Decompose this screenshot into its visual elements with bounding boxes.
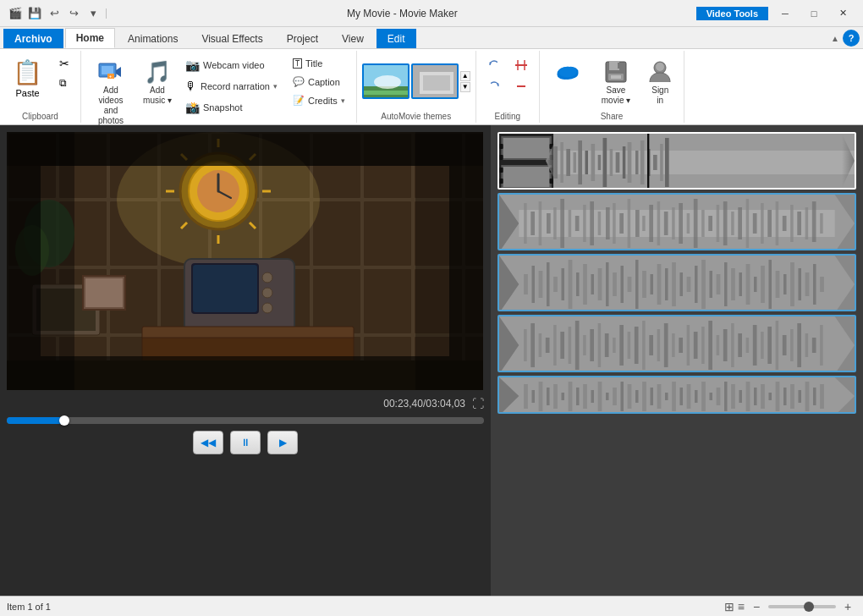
tab-archivo[interactable]: Archivo xyxy=(3,29,63,48)
storyboard-panel[interactable]: /* waveform bars rendered by SVG rects b… xyxy=(491,125,863,596)
svg-rect-219 xyxy=(708,321,712,370)
svg-rect-151 xyxy=(524,274,528,294)
tab-view[interactable]: View xyxy=(331,29,375,48)
svg-rect-195 xyxy=(530,323,535,367)
remove-button[interactable] xyxy=(508,77,534,96)
copy-button[interactable]: ⧉ xyxy=(53,74,75,91)
timeline-clip-1[interactable]: /* waveform bars rendered by SVG rects b… xyxy=(497,132,856,190)
pause-button[interactable]: ⏸ xyxy=(230,431,261,454)
svg-rect-161 xyxy=(598,268,602,300)
collapse-ribbon-btn[interactable]: ▲ xyxy=(831,34,839,43)
svg-rect-146 xyxy=(805,207,809,239)
status-item-count: Item 1 of 1 xyxy=(7,602,51,612)
rotate-left-button[interactable] xyxy=(481,56,507,74)
svg-rect-132 xyxy=(701,210,705,237)
save-button[interactable]: 💾 xyxy=(26,5,43,22)
timeline-clip-3[interactable] xyxy=(497,254,856,311)
quick-access-dropdown[interactable]: ▾ xyxy=(85,5,102,22)
svg-rect-178 xyxy=(724,262,728,306)
redo-button[interactable]: ↪ xyxy=(65,5,82,22)
zoom-out-button[interactable]: − xyxy=(748,598,765,615)
svg-rect-261 xyxy=(701,382,706,411)
cut-button[interactable]: ✂ xyxy=(53,54,75,73)
record-narration-button[interactable]: 🎙 Record narration ▾ xyxy=(179,77,283,96)
svg-rect-76 xyxy=(499,155,503,160)
svg-rect-141 xyxy=(767,210,772,237)
help-button[interactable]: ? xyxy=(843,30,860,47)
webcam-video-button[interactable]: 📷 Webcam video xyxy=(179,56,283,74)
svg-rect-169 xyxy=(657,264,662,305)
svg-rect-144 xyxy=(790,205,794,242)
expand-button[interactable]: ⛶ xyxy=(472,397,484,410)
svg-rect-231 xyxy=(797,323,801,367)
svg-rect-191 xyxy=(820,277,824,292)
svg-rect-263 xyxy=(717,388,721,405)
editing-btns2 xyxy=(508,54,534,96)
divider xyxy=(106,8,107,19)
storyboard-view-icon[interactable]: ⊞ xyxy=(724,600,734,613)
sign-in-label: Signin xyxy=(651,85,668,106)
snapshot-button[interactable]: 📸 Snapshot xyxy=(179,98,283,117)
narration-label: Record narration xyxy=(201,81,270,91)
narration-dropdown[interactable]: ▾ xyxy=(273,82,278,91)
timeline-clip-4[interactable] xyxy=(497,315,856,372)
paste-button[interactable]: 📋 Paste xyxy=(5,54,50,102)
tab-project[interactable]: Project xyxy=(276,29,329,48)
theme-scroll-up[interactable]: ▲ xyxy=(460,71,470,81)
svg-rect-158 xyxy=(576,272,580,296)
rewind-button[interactable]: ◀◀ xyxy=(193,431,223,454)
svg-rect-179 xyxy=(731,268,735,300)
title-button[interactable]: 🅃 Title xyxy=(287,56,351,71)
add-videos-button[interactable]: + Add videos and photos xyxy=(86,54,135,129)
svg-rect-27 xyxy=(611,75,621,79)
svg-rect-222 xyxy=(731,323,734,367)
progress-bar[interactable] xyxy=(7,417,484,424)
credits-button[interactable]: 📝 Credits ▾ xyxy=(287,92,351,108)
svg-rect-159 xyxy=(583,264,587,305)
timestamp: 00:23,40/03:04,03 xyxy=(383,398,465,410)
play-button[interactable]: ▶ xyxy=(267,431,298,454)
timeline-view-icon[interactable]: ≡ xyxy=(738,600,745,613)
zoom-thumb[interactable] xyxy=(804,602,814,612)
progress-thumb[interactable] xyxy=(59,415,69,426)
timeline-clip-5[interactable] xyxy=(497,376,856,414)
svg-rect-256 xyxy=(665,393,668,400)
tab-edit[interactable]: Edit xyxy=(377,29,416,48)
theme-scroll-down[interactable]: ▼ xyxy=(460,82,470,92)
svg-rect-249 xyxy=(613,388,617,405)
add-videos-label: Add videos and photos xyxy=(91,85,131,126)
svg-rect-247 xyxy=(598,382,602,411)
rotate-right-button[interactable] xyxy=(481,77,507,96)
sign-in-button[interactable]: Signin xyxy=(641,54,679,108)
svg-rect-185 xyxy=(776,271,780,298)
theme-item-2[interactable] xyxy=(411,63,459,99)
trim-button[interactable] xyxy=(508,56,534,74)
save-movie-button[interactable]: Savemovie ▾ xyxy=(597,54,635,108)
zoom-slider[interactable] xyxy=(768,605,836,608)
tab-animations[interactable]: Animations xyxy=(117,29,189,48)
svg-rect-226 xyxy=(761,332,764,359)
caption-button[interactable]: 💬 Caption xyxy=(287,74,351,90)
credits-label: Credits xyxy=(308,96,338,106)
zoom-in-button[interactable]: + xyxy=(839,598,856,615)
theme-item-1[interactable] xyxy=(362,63,410,99)
tab-visual-effects[interactable]: Visual Effects xyxy=(190,29,273,48)
svg-rect-245 xyxy=(583,384,587,409)
rotate-right-icon xyxy=(487,80,501,93)
undo-button[interactable]: ↩ xyxy=(46,5,63,22)
add-music-button[interactable]: 🎵 Addmusic ▾ xyxy=(139,54,176,108)
maximize-button[interactable]: □ xyxy=(800,5,827,22)
svg-rect-242 xyxy=(562,393,565,400)
tab-home[interactable]: Home xyxy=(65,28,115,48)
svg-rect-120 xyxy=(613,203,616,244)
minimize-button[interactable]: ─ xyxy=(772,5,799,22)
credits-dropdown[interactable]: ▾ xyxy=(341,96,345,105)
window-title: My Movie - Movie Maker xyxy=(108,8,696,19)
onedrive-button[interactable] xyxy=(545,54,591,88)
svg-rect-112 xyxy=(553,207,557,239)
title-icon: 🅃 xyxy=(293,58,302,69)
close-button[interactable]: ✕ xyxy=(829,5,856,22)
video-canvas[interactable] xyxy=(7,132,483,390)
timeline-clip-2[interactable] xyxy=(497,193,856,250)
svg-rect-124 xyxy=(642,216,646,231)
